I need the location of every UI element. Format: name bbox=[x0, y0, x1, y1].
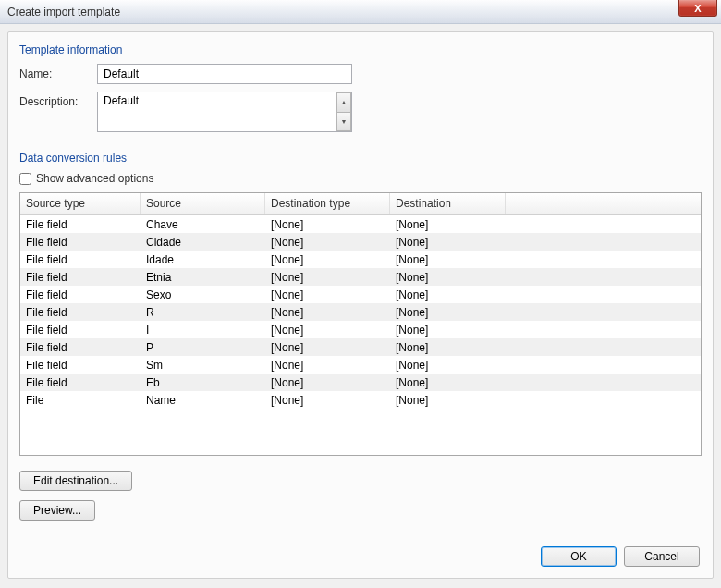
cell-dt: [None] bbox=[265, 323, 390, 337]
description-row: Description: ▲ ▼ bbox=[19, 92, 702, 135]
cell-d: [None] bbox=[390, 217, 701, 232]
header-source[interactable]: Source bbox=[141, 193, 265, 214]
cell-st: File bbox=[20, 393, 141, 408]
template-info-heading: Template information bbox=[19, 43, 702, 56]
cell-src: Eb bbox=[141, 375, 265, 390]
cell-d: [None] bbox=[390, 375, 701, 390]
spin-buttons: ▲ ▼ bbox=[336, 92, 351, 131]
cell-src: Cidade bbox=[141, 235, 265, 250]
cell-st: File field bbox=[20, 358, 141, 373]
table-row[interactable]: File fieldEb[None][None] bbox=[20, 374, 701, 391]
table-row[interactable]: File fieldEtnia[None][None] bbox=[20, 268, 701, 286]
cell-d: [None] bbox=[390, 358, 701, 373]
cell-st: File field bbox=[20, 375, 141, 390]
cell-src: Chave bbox=[141, 217, 265, 232]
table-row[interactable]: File fieldP[None][None] bbox=[20, 338, 701, 356]
cell-dt: [None] bbox=[265, 270, 390, 285]
cell-dt: [None] bbox=[265, 358, 390, 373]
cell-st: File field bbox=[20, 270, 141, 285]
table-row[interactable]: FileName[None][None] bbox=[20, 391, 701, 409]
dialog-footer: OK Cancel bbox=[541, 546, 700, 567]
cell-st: File field bbox=[20, 288, 141, 302]
table-row[interactable]: File fieldIdade[None][None] bbox=[20, 251, 701, 268]
cell-st: File field bbox=[20, 340, 141, 355]
cell-d: [None] bbox=[390, 393, 701, 408]
edit-destination-button[interactable]: Edit destination... bbox=[19, 471, 132, 491]
cell-dt: [None] bbox=[265, 288, 390, 302]
preview-button[interactable]: Preview... bbox=[19, 500, 95, 521]
table-header: Source type Source Destination type Dest… bbox=[20, 193, 701, 215]
name-label: Name: bbox=[19, 64, 97, 84]
cell-src: Etnia bbox=[141, 270, 265, 285]
name-input[interactable] bbox=[97, 64, 352, 84]
cell-d: [None] bbox=[390, 323, 701, 337]
chevron-up-icon: ▲ bbox=[341, 99, 348, 105]
close-icon: X bbox=[694, 3, 701, 14]
cell-st: File field bbox=[20, 252, 141, 267]
cell-dt: [None] bbox=[265, 252, 390, 267]
titlebar: Create import template X bbox=[0, 0, 721, 24]
cell-src: R bbox=[141, 305, 265, 320]
cell-dt: [None] bbox=[265, 393, 390, 408]
cell-d: [None] bbox=[390, 288, 701, 302]
header-dest-type[interactable]: Destination type bbox=[265, 193, 390, 214]
cell-src: Sm bbox=[141, 358, 265, 373]
cell-st: File field bbox=[20, 323, 141, 337]
show-advanced-checkbox[interactable] bbox=[19, 173, 31, 185]
show-advanced-label: Show advanced options bbox=[36, 172, 153, 185]
description-label: Description: bbox=[19, 92, 97, 135]
ok-button[interactable]: OK bbox=[541, 546, 617, 567]
cell-d: [None] bbox=[390, 305, 701, 320]
conversion-section: Data conversion rules Show advanced opti… bbox=[19, 152, 702, 521]
close-button[interactable]: X bbox=[678, 0, 717, 17]
header-destination[interactable]: Destination bbox=[390, 193, 506, 214]
cancel-button[interactable]: Cancel bbox=[624, 546, 700, 567]
header-source-type[interactable]: Source type bbox=[20, 193, 141, 214]
dialog-body: Template information Name: Description: … bbox=[7, 31, 714, 579]
window-title: Create import template bbox=[7, 6, 120, 18]
template-info-section: Template information Name: Description: … bbox=[19, 43, 702, 135]
spin-up-button[interactable]: ▲ bbox=[336, 92, 351, 113]
cell-src: Name bbox=[141, 393, 265, 408]
cell-dt: [None] bbox=[265, 340, 390, 355]
cell-st: File field bbox=[20, 305, 141, 320]
name-row: Name: bbox=[19, 64, 702, 84]
cell-d: [None] bbox=[390, 252, 701, 267]
cell-src: I bbox=[141, 323, 265, 337]
table-row[interactable]: File fieldSm[None][None] bbox=[20, 356, 701, 374]
cell-d: [None] bbox=[390, 235, 701, 250]
cell-src: Sexo bbox=[141, 288, 265, 302]
cell-src: P bbox=[141, 340, 265, 355]
spin-down-button[interactable]: ▼ bbox=[336, 113, 351, 132]
table-row[interactable]: File fieldR[None][None] bbox=[20, 303, 701, 321]
cell-dt: [None] bbox=[265, 305, 390, 320]
header-spacer bbox=[506, 193, 701, 214]
conversion-heading: Data conversion rules bbox=[19, 152, 702, 165]
table-body: File fieldChave[None][None]File fieldCid… bbox=[20, 215, 701, 409]
rules-table: Source type Source Destination type Dest… bbox=[19, 192, 702, 456]
cell-dt: [None] bbox=[265, 217, 390, 232]
cell-src: Idade bbox=[141, 252, 265, 267]
cell-d: [None] bbox=[390, 340, 701, 355]
table-row[interactable]: File fieldCidade[None][None] bbox=[20, 233, 701, 251]
show-advanced-row[interactable]: Show advanced options bbox=[19, 172, 702, 185]
cell-dt: [None] bbox=[265, 235, 390, 250]
cell-dt: [None] bbox=[265, 375, 390, 390]
cell-st: File field bbox=[20, 235, 141, 250]
table-row[interactable]: File fieldI[None][None] bbox=[20, 321, 701, 338]
description-input[interactable] bbox=[97, 92, 352, 132]
table-row[interactable]: File fieldSexo[None][None] bbox=[20, 286, 701, 303]
chevron-down-icon: ▼ bbox=[341, 118, 348, 125]
cell-d: [None] bbox=[390, 270, 701, 285]
cell-st: File field bbox=[20, 217, 141, 232]
table-row[interactable]: File fieldChave[None][None] bbox=[20, 215, 701, 233]
